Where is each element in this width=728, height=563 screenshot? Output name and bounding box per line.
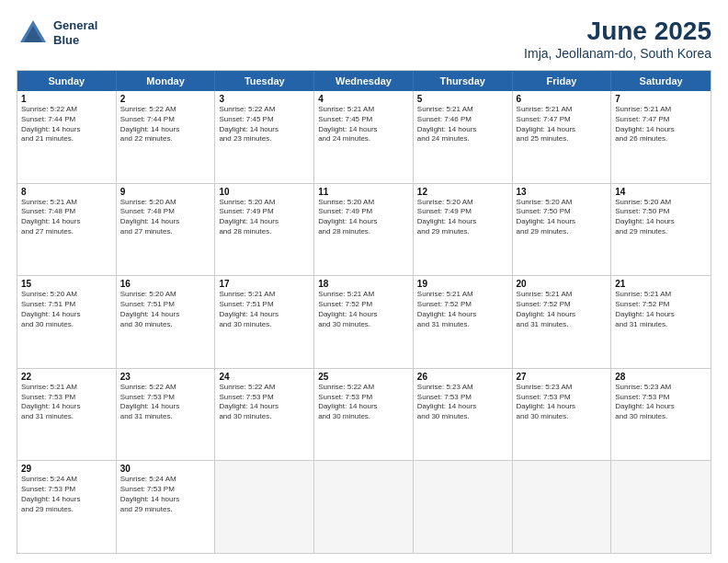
day-number: 13 bbox=[517, 187, 608, 197]
header-day-monday: Monday bbox=[117, 71, 216, 91]
cell-line: Daylight: 14 hours bbox=[417, 125, 508, 135]
cell-line: Sunrise: 5:21 AM bbox=[318, 105, 409, 115]
cell-line: Daylight: 14 hours bbox=[21, 310, 112, 320]
day-number: 5 bbox=[417, 94, 508, 104]
cell-line: Sunset: 7:52 PM bbox=[615, 300, 707, 310]
cell-line: Daylight: 14 hours bbox=[615, 402, 707, 412]
cell-line: Daylight: 14 hours bbox=[219, 402, 310, 412]
cell-line: Sunset: 7:51 PM bbox=[21, 300, 112, 310]
cell-line: Sunset: 7:53 PM bbox=[21, 485, 112, 495]
cell-line: Daylight: 14 hours bbox=[219, 310, 310, 320]
cell-line: Sunset: 7:48 PM bbox=[21, 207, 112, 217]
calendar-cell: 16Sunrise: 5:20 AMSunset: 7:51 PMDayligh… bbox=[117, 276, 216, 368]
cell-line: Daylight: 14 hours bbox=[615, 217, 707, 227]
calendar-cell bbox=[611, 461, 711, 553]
day-number: 2 bbox=[120, 94, 211, 104]
cell-line: Sunset: 7:48 PM bbox=[120, 207, 211, 217]
calendar: SundayMondayTuesdayWednesdayThursdayFrid… bbox=[17, 70, 711, 554]
calendar-cell: 9Sunrise: 5:20 AMSunset: 7:48 PMDaylight… bbox=[117, 184, 216, 276]
cell-line: Daylight: 14 hours bbox=[21, 402, 112, 412]
cell-line: and 31 minutes. bbox=[21, 412, 112, 422]
calendar-cell: 24Sunrise: 5:22 AMSunset: 7:53 PMDayligh… bbox=[215, 369, 314, 461]
cell-line: Daylight: 14 hours bbox=[318, 402, 409, 412]
calendar-cell: 5Sunrise: 5:21 AMSunset: 7:46 PMDaylight… bbox=[414, 91, 513, 183]
day-number: 23 bbox=[120, 372, 211, 382]
day-number: 27 bbox=[517, 372, 608, 382]
cell-line: Sunrise: 5:24 AM bbox=[120, 475, 211, 485]
header-day-wednesday: Wednesday bbox=[314, 71, 414, 91]
cell-line: Sunrise: 5:20 AM bbox=[417, 198, 508, 208]
cell-line: Daylight: 14 hours bbox=[517, 310, 608, 320]
cell-line: Sunset: 7:49 PM bbox=[417, 207, 508, 217]
day-number: 19 bbox=[417, 279, 508, 289]
day-number: 8 bbox=[21, 187, 112, 197]
calendar-cell bbox=[513, 461, 612, 553]
cell-line: Sunrise: 5:22 AM bbox=[219, 105, 310, 115]
cell-line: and 30 minutes. bbox=[219, 320, 310, 330]
day-number: 22 bbox=[21, 372, 112, 382]
cell-line: and 30 minutes. bbox=[517, 412, 608, 422]
cell-line: Sunset: 7:45 PM bbox=[318, 115, 409, 125]
cell-line: and 29 minutes. bbox=[417, 227, 508, 237]
cell-line: and 24 minutes. bbox=[318, 134, 409, 144]
cell-line: Sunrise: 5:23 AM bbox=[517, 383, 608, 393]
cell-line: Sunrise: 5:20 AM bbox=[219, 198, 310, 208]
cell-line: Daylight: 14 hours bbox=[517, 402, 608, 412]
cell-line: Sunset: 7:47 PM bbox=[615, 115, 707, 125]
cell-line: Sunset: 7:45 PM bbox=[219, 115, 310, 125]
cell-line: and 27 minutes. bbox=[120, 227, 211, 237]
cell-line: Sunset: 7:53 PM bbox=[318, 393, 409, 403]
cell-line: Sunset: 7:53 PM bbox=[120, 485, 211, 495]
cell-line: Sunrise: 5:23 AM bbox=[615, 383, 707, 393]
calendar-row: 29Sunrise: 5:24 AMSunset: 7:53 PMDayligh… bbox=[17, 460, 711, 553]
cell-line: Daylight: 14 hours bbox=[615, 310, 707, 320]
cell-line: Daylight: 14 hours bbox=[417, 217, 508, 227]
calendar-cell: 8Sunrise: 5:21 AMSunset: 7:48 PMDaylight… bbox=[17, 184, 117, 276]
cell-line: Sunrise: 5:21 AM bbox=[417, 290, 508, 300]
calendar-cell: 12Sunrise: 5:20 AMSunset: 7:49 PMDayligh… bbox=[414, 184, 513, 276]
cell-line: Sunset: 7:53 PM bbox=[417, 393, 508, 403]
cell-line: Sunrise: 5:21 AM bbox=[517, 105, 608, 115]
cell-line: Daylight: 14 hours bbox=[517, 217, 608, 227]
header-day-tuesday: Tuesday bbox=[215, 71, 314, 91]
cell-line: Sunrise: 5:22 AM bbox=[120, 383, 211, 393]
day-number: 20 bbox=[517, 279, 608, 289]
cell-line: Sunrise: 5:21 AM bbox=[219, 290, 310, 300]
calendar-header: SundayMondayTuesdayWednesdayThursdayFrid… bbox=[17, 71, 711, 91]
cell-line: and 31 minutes. bbox=[417, 320, 508, 330]
cell-line: and 29 minutes. bbox=[120, 505, 211, 515]
cell-line: Sunset: 7:46 PM bbox=[417, 115, 508, 125]
day-number: 25 bbox=[318, 372, 409, 382]
calendar-cell: 7Sunrise: 5:21 AMSunset: 7:47 PMDaylight… bbox=[611, 91, 711, 183]
cell-line: Sunrise: 5:22 AM bbox=[21, 105, 112, 115]
cell-line: Daylight: 14 hours bbox=[21, 217, 112, 227]
cell-line: Daylight: 14 hours bbox=[219, 217, 310, 227]
cell-line: Sunset: 7:53 PM bbox=[517, 393, 608, 403]
cell-line: and 30 minutes. bbox=[21, 320, 112, 330]
cell-line: Sunset: 7:49 PM bbox=[318, 207, 409, 217]
cell-line: Sunrise: 5:21 AM bbox=[21, 383, 112, 393]
cell-line: Daylight: 14 hours bbox=[21, 495, 112, 505]
logo-text: General Blue bbox=[53, 18, 97, 47]
cell-line: Daylight: 14 hours bbox=[120, 402, 211, 412]
cell-line: and 30 minutes. bbox=[318, 412, 409, 422]
calendar-cell: 15Sunrise: 5:20 AMSunset: 7:51 PMDayligh… bbox=[17, 276, 117, 368]
cell-line: Sunset: 7:47 PM bbox=[517, 115, 608, 125]
calendar-row: 15Sunrise: 5:20 AMSunset: 7:51 PMDayligh… bbox=[17, 275, 711, 368]
cell-line: Sunrise: 5:24 AM bbox=[21, 475, 112, 485]
cell-line: and 25 minutes. bbox=[517, 134, 608, 144]
cell-line: Sunset: 7:51 PM bbox=[120, 300, 211, 310]
day-number: 24 bbox=[219, 372, 310, 382]
cell-line: Daylight: 14 hours bbox=[219, 125, 310, 135]
day-number: 15 bbox=[21, 279, 112, 289]
header-day-saturday: Saturday bbox=[611, 71, 711, 91]
cell-line: and 31 minutes. bbox=[120, 412, 211, 422]
calendar-cell: 14Sunrise: 5:20 AMSunset: 7:50 PMDayligh… bbox=[611, 184, 711, 276]
calendar-cell: 10Sunrise: 5:20 AMSunset: 7:49 PMDayligh… bbox=[215, 184, 314, 276]
cell-line: and 21 minutes. bbox=[21, 134, 112, 144]
cell-line: Daylight: 14 hours bbox=[120, 310, 211, 320]
logo-line1: General bbox=[53, 18, 97, 33]
cell-line: and 22 minutes. bbox=[120, 134, 211, 144]
day-number: 16 bbox=[120, 279, 211, 289]
title-block: June 2025 Imja, Jeollanam-do, South Kore… bbox=[524, 17, 711, 61]
